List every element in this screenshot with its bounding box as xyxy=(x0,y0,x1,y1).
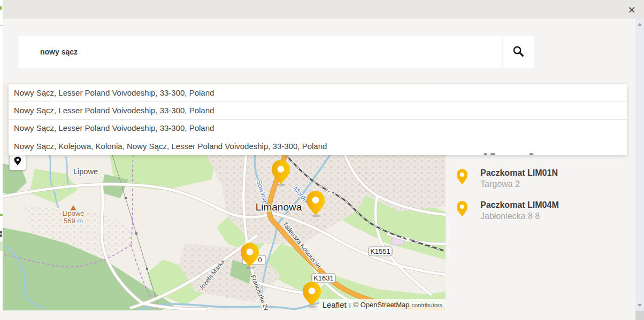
background-fragment xyxy=(0,25,3,26)
background-fragment xyxy=(0,241,3,251)
search-input[interactable] xyxy=(19,36,502,68)
suggestion-item[interactable]: Nowy Sącz, Lesser Poland Voivodeship, 33… xyxy=(9,84,627,102)
attribution-separator: | xyxy=(349,302,351,308)
scroll-down-arrow-icon[interactable] xyxy=(638,304,642,307)
leaflet-link[interactable]: Leaflet xyxy=(323,300,347,309)
locker-address: Targowa 2 xyxy=(480,179,520,189)
search-button[interactable] xyxy=(503,36,534,68)
clipped-text-fragment xyxy=(530,153,533,155)
locker-pin-icon xyxy=(456,200,468,217)
contributors-text: contributors xyxy=(412,302,442,308)
background-page-sliver xyxy=(0,0,3,311)
parcel-locker-widget: ✕ xyxy=(0,0,644,320)
peak-elevation-label: 569 m xyxy=(64,217,83,225)
map-attribution: Leaflet | © OpenStreetMap contributors xyxy=(319,299,446,310)
road-ref-k1631: K1631 xyxy=(313,274,334,282)
location-pin-icon xyxy=(14,157,21,168)
locker-name: Paczkomat LIM01N xyxy=(480,168,558,178)
peak-name-label: Lipowe xyxy=(62,209,84,217)
scrollbar-corner xyxy=(635,311,644,320)
clipped-text-fragment xyxy=(484,153,487,155)
background-fragment xyxy=(0,231,2,233)
close-button[interactable]: ✕ xyxy=(626,4,638,16)
openstreetmap-link[interactable]: © OpenStreetMap xyxy=(354,301,410,309)
vertical-scrollbar[interactable] xyxy=(635,19,644,311)
road-ref-k1551: K1551 xyxy=(370,247,390,255)
clipped-text-fragment xyxy=(490,153,495,155)
suggestion-item[interactable]: Nowy Sącz, Kolejowa, Kolonia, Nowy Sącz,… xyxy=(9,137,627,155)
background-fragment xyxy=(0,6,2,10)
town-label: Limanowa xyxy=(256,201,302,213)
locker-name: Paczkomat LIM04M xyxy=(480,200,559,210)
result-item[interactable]: Paczkomat LIM04M Jabłoniecka 8 8 xyxy=(446,200,635,225)
locker-address: Jabłoniecka 8 8 xyxy=(480,212,540,221)
background-fragment xyxy=(0,235,2,237)
scroll-up-arrow-icon[interactable] xyxy=(638,23,642,26)
locker-pin-icon xyxy=(456,168,468,185)
modal-header: ✕ xyxy=(3,0,644,19)
road-ref-partial: 0 xyxy=(258,256,262,264)
village-label: Lipowe xyxy=(73,167,98,176)
locate-control-button[interactable] xyxy=(9,153,26,170)
background-fragment xyxy=(0,214,3,216)
search-icon xyxy=(512,45,525,59)
suggestion-item[interactable]: Nowy Sącz, Lesser Poland Voivodeship, 33… xyxy=(9,102,627,120)
result-item[interactable]: Paczkomat LIM01N Targowa 2 xyxy=(446,168,635,193)
search-suggestions-dropdown: Nowy Sącz, Lesser Poland Voivodeship, 33… xyxy=(9,84,627,155)
suggestion-item[interactable]: Nowy Sącz, Lesser Poland Voivodeship, 33… xyxy=(9,120,627,137)
